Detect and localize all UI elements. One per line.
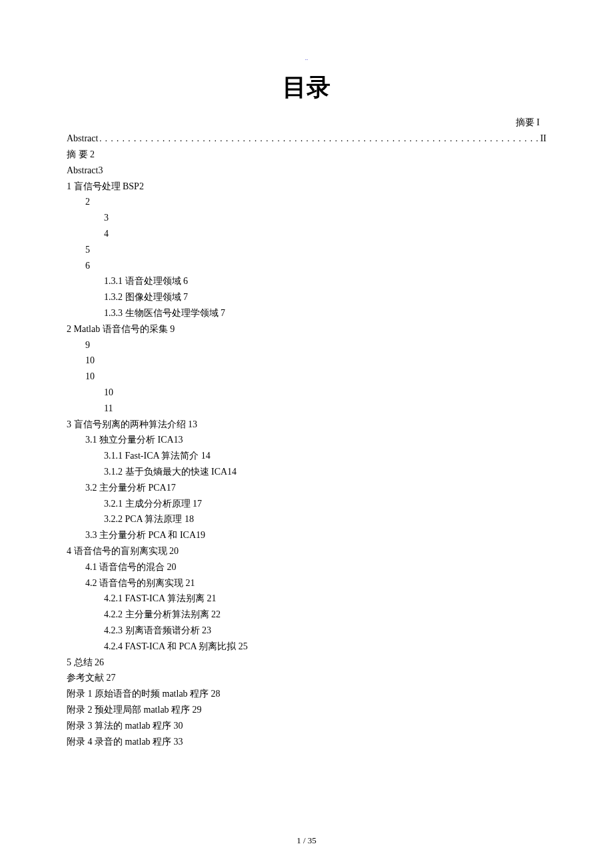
toc-entry: 参考文献 27 (67, 670, 546, 686)
toc-entry: 5 总结 26 (67, 655, 546, 671)
toc-entry: 附录 1 原始语音的时频 matlab 程序 28 (67, 686, 546, 702)
toc-entry: Abstract3 (67, 163, 546, 179)
header-marker: .. (67, 53, 546, 63)
toc-entry: 5 (67, 242, 546, 258)
toc-entry: 10 (67, 353, 546, 369)
toc-entry: 3 (67, 210, 546, 226)
toc-entry: 3.2.1 主成分分析原理 17 (67, 496, 546, 512)
abstract-page: II (538, 131, 546, 147)
toc-entry: 摘 要 2 (67, 147, 546, 163)
toc-entry: 9 (67, 337, 546, 353)
toc-entry: 附录 2 预处理局部 matlab 程序 29 (67, 702, 546, 718)
toc-entry: 6 (67, 258, 546, 274)
toc-entry: 2 Matlab 语音信号的采集 9 (67, 321, 546, 337)
toc-entry: 10 (67, 369, 546, 385)
toc-entry: 附录 4 录音的 matlab 程序 33 (67, 734, 546, 750)
toc-entry: 4.2.2 主分量分析算法别离 22 (67, 607, 546, 623)
toc-entry: 1 盲信号处理 BSP2 (67, 179, 546, 195)
toc-entry: 11 (67, 401, 546, 417)
toc-entry: 4.2.3 别离语音频谱分析 23 (67, 623, 546, 639)
toc-entry: 附录 3 算法的 matlab 程序 30 (67, 718, 546, 734)
toc-entry: 4 语音信号的盲别离实现 20 (67, 543, 546, 559)
toc-entry: 3.1 独立分量分析 ICA13 (67, 432, 546, 448)
toc-entry: 4.1 语音信号的混合 20 (67, 559, 546, 575)
toc-entry: 1.3.2 图像处理领域 7 (67, 289, 546, 305)
abstract-label: Abstract (67, 131, 98, 147)
page-footer: 1 / 35 (0, 833, 613, 848)
toc-entry: 4.2.4 FAST-ICA 和 PCA 别离比拟 25 (67, 639, 546, 655)
toc-entry: 3.1.1 Fast-ICA 算法简介 14 (67, 448, 546, 464)
toc-title: 目录 (67, 67, 546, 108)
toc-entry: 1.3.3 生物医信号处理学领域 7 (67, 305, 546, 321)
toc-entry: 3 盲信号别离的两种算法介绍 13 (67, 417, 546, 433)
toc-entry: 1.3.1 语音处理领域 6 (67, 273, 546, 289)
toc-entry: 4 (67, 226, 546, 242)
toc-body: 摘 要 2Abstract31 盲信号处理 BSP2234561.3.1 语音处… (67, 147, 546, 749)
abstract-right: 摘要 I (67, 115, 546, 131)
toc-entry: 3.2 主分量分析 PCA17 (67, 480, 546, 496)
toc-entry: 3.1.2 基于负熵最大的快速 ICA14 (67, 464, 546, 480)
toc-entry: 10 (67, 385, 546, 401)
abstract-dotted-row: Abstract ...............................… (67, 131, 546, 147)
toc-entry: 3.2.2 PCA 算法原理 18 (67, 511, 546, 527)
toc-entry: 4.2 语音信号的别离实现 21 (67, 575, 546, 591)
toc-entry: 4.2.1 FAST-ICA 算法别离 21 (67, 591, 546, 607)
toc-entry: 2 (67, 194, 546, 210)
dotted-leader: ........................................… (98, 133, 537, 146)
toc-entry: 3.3 主分量分析 PCA 和 ICA19 (67, 527, 546, 543)
